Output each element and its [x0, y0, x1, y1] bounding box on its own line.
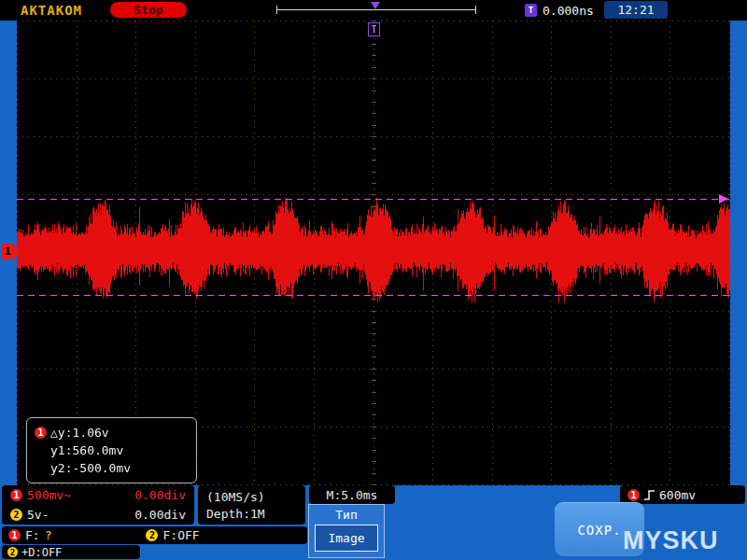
- trigger-bar-right-cap: [475, 6, 476, 14]
- trigger-level-block: 1 600mv: [620, 485, 745, 504]
- stop-button[interactable]: Stop: [110, 2, 187, 18]
- trigger-level-readout: 600mv: [659, 488, 696, 502]
- ch1-freq-value: ?: [45, 528, 52, 542]
- delay-off-readout: +D:OFF: [21, 546, 62, 559]
- channel1-scale: 500mv~: [27, 488, 71, 502]
- top-status-bar: AKTAKOM Stop T 0.000ns 12:21: [0, 0, 747, 21]
- oscilloscope-screen: AKTAKOM Stop T 0.000ns 12:21 T 1 1 △y:1.…: [0, 0, 747, 560]
- cursor-measurement-box: 1 △y:1.06v y1:560.0mv y2:-500.0mv: [26, 417, 197, 483]
- timebase-readout: M:5.0ms: [309, 485, 395, 504]
- save-type-option-image[interactable]: Image: [315, 525, 378, 552]
- cursor-y2-readout: y2:-500.0mv: [50, 459, 131, 477]
- sample-rate-readout: (10MS/s): [206, 490, 297, 504]
- channel1-badge-icon: 1: [35, 427, 47, 439]
- brand-logo: AKTAKOM: [21, 3, 82, 18]
- ch2-freq-readout: F:OFF: [162, 528, 199, 542]
- channel2-position: 0.00div: [134, 508, 186, 522]
- cursor-y1-readout: y1:560.0mv: [50, 441, 123, 459]
- memory-depth-readout: Depth:1M: [206, 507, 297, 521]
- delta-y-readout: △y:1.06v: [50, 424, 109, 441]
- trigger-offset-readout: 0.000ns: [543, 4, 594, 18]
- ch1-freq-label: F:: [25, 528, 40, 542]
- digital-status-bar: 2 +D:OFF: [2, 545, 140, 559]
- channel2-badge-icon: 2: [10, 509, 22, 521]
- channel1-position: 0.00div: [134, 488, 186, 502]
- channel1-badge-icon: 1: [10, 489, 22, 501]
- save-type-menu-label: Тип: [309, 505, 384, 524]
- channel1-badge-icon: 1: [8, 529, 21, 541]
- channel2-badge-icon: 2: [7, 547, 18, 557]
- channel2-badge-icon: 2: [146, 529, 158, 541]
- trigger-time-marker[interactable]: T: [368, 22, 380, 36]
- trigger-bar-left-cap: [276, 6, 277, 14]
- channel1-settings-row[interactable]: 1 500mv~ 0.00div: [2, 485, 194, 505]
- channel2-scale: 5v-: [27, 508, 49, 522]
- channel-settings-block: 1 500mv~ 0.00div 2 5v- 0.00div: [2, 485, 194, 525]
- channel1-badge-icon: 1: [627, 489, 640, 501]
- frequency-status-bar: 1 F: ? 2 F:OFF: [2, 526, 307, 544]
- rising-edge-icon: [643, 489, 655, 501]
- watermark: MYSKU: [623, 526, 719, 555]
- save-type-menu[interactable]: Тип Image: [308, 504, 385, 558]
- channel2-settings-row[interactable]: 2 5v- 0.00div: [2, 505, 194, 525]
- clock: 12:21: [604, 1, 668, 19]
- trigger-icon: T: [525, 4, 537, 17]
- acquisition-block: (10MS/s) Depth:1M: [198, 485, 305, 525]
- trigger-position-pointer-icon[interactable]: [371, 2, 380, 9]
- trigger-position-bar: [276, 9, 476, 10]
- waveform-display: [17, 21, 730, 485]
